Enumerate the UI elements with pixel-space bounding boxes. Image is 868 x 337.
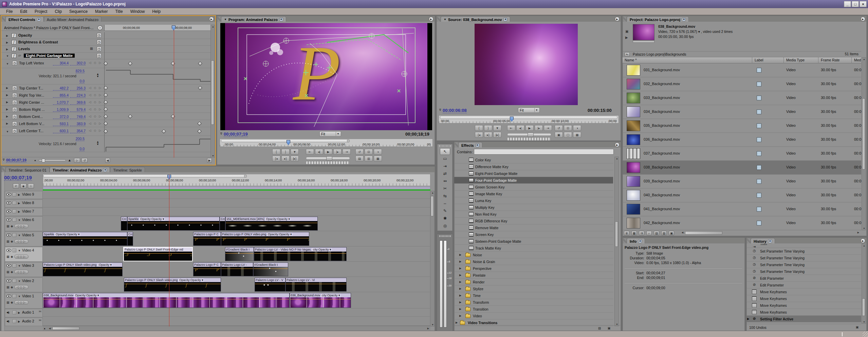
panel-grip[interactable]: [439, 235, 451, 237]
play-in-out-button[interactable]: {▸}: [291, 156, 299, 161]
effect-item-multiply-key[interactable]: Multiply Key: [454, 204, 613, 211]
keyframe-nav[interactable]: ◁◇▷: [14, 239, 29, 243]
expand-icon[interactable]: ▼: [18, 249, 21, 252]
effect-item-track-matte-key[interactable]: Track Matte Key: [454, 245, 613, 252]
clip-t-gradient-black-i[interactable]: t/Gradient Black I: [225, 247, 254, 261]
loop-button[interactable]: ↺: [355, 149, 364, 155]
go-next-edit-button[interactable]: ⇥: [544, 125, 552, 131]
clip-palazzo-logo-p-c[interactable]: Palazzo Logo P C: [193, 262, 221, 276]
effect-controls-scrollbar[interactable]: ▲ ▼: [210, 25, 215, 158]
param-name[interactable]: Right Top Ver...: [19, 93, 44, 97]
param-row[interactable]: ▶◷Right Center ...1,070.7369.6◁◇▷: [1, 99, 104, 106]
effect-folder-noise-grain[interactable]: ▶Noise & Grain: [454, 258, 613, 265]
toggle-animation-icon[interactable]: ◷: [12, 121, 17, 126]
clip-name[interactable]: 041_Background.mov: [644, 207, 680, 211]
param-value-y[interactable]: 224.3: [70, 93, 86, 98]
keyframe-row[interactable]: [105, 136, 211, 152]
keyframe-diamond[interactable]: [104, 121, 108, 126]
setup-icon[interactable]: ⊞: [90, 47, 93, 51]
effect-row-brightness-contrast[interactable]: ▶fBrightness & Contrast◷: [1, 39, 104, 46]
history-item-move-keyframes[interactable]: Move Keyframes: [746, 289, 861, 295]
project-row-041_Background.mov[interactable]: 041_Background.movVideo30.00 fps00:0: [623, 202, 861, 216]
history-item-move-keyframes[interactable]: Move Keyframes: [746, 309, 861, 316]
expand-icon[interactable]: ▶: [6, 86, 8, 90]
tab-program[interactable]: ▼ Program: Animated Palazzo×: [221, 16, 286, 22]
close-icon[interactable]: ×: [638, 239, 642, 243]
clip-fade-popup[interactable]: Opacity:Opacity ▾: [266, 233, 293, 236]
go-to-out-button[interactable]: ▸}: [484, 132, 492, 138]
expand-icon[interactable]: ▶: [6, 41, 8, 44]
opacity-rubber-band[interactable]: [124, 284, 221, 284]
toggle-track-output-icon[interactable]: [6, 264, 11, 267]
track-lock-toggle[interactable]: [13, 218, 16, 222]
opacity-rubber-band[interactable]: [193, 269, 221, 269]
scroll-thumb[interactable]: [685, 231, 722, 235]
param-value-x[interactable]: 482.2: [53, 86, 69, 91]
toggle-track-output-icon[interactable]: [6, 210, 11, 213]
previous-keyframe-icon[interactable]: ◁: [88, 100, 92, 104]
zoom-out-icon[interactable]: ▲: [34, 159, 36, 161]
project-row-036_Background.mov[interactable]: 036_Background.movVideo30.00 fps00:0: [623, 133, 861, 147]
keyframe-nav[interactable]: ◁◇▷: [14, 224, 29, 228]
loop-icon[interactable]: ↺: [81, 158, 88, 163]
keyframe-diamond[interactable]: [128, 114, 132, 119]
toggle-animation-icon[interactable]: ◷: [12, 107, 17, 112]
project-row-032_Background.mov[interactable]: 032_Background.movVideo30.00 fps00:0: [623, 77, 861, 91]
minimize-button[interactable]: _: [844, 1, 851, 7]
label-checkbox[interactable]: [757, 207, 761, 212]
poster-frame-icon[interactable]: ▣: [625, 29, 631, 34]
param-value-x[interactable]: 1,009.9: [53, 107, 69, 112]
panel-grip[interactable]: [2, 17, 5, 22]
expand-icon[interactable]: ▶: [459, 301, 461, 304]
keyframe-diamond[interactable]: [198, 61, 202, 66]
clip-palazzo-logo-lv-[interactable]: Palazzo Logo LV -: [221, 262, 253, 276]
clip-fade-popup[interactable]: Opacity:Opacity ▾: [178, 278, 204, 282]
automate-to-sequence-icon[interactable]: ⇉: [639, 231, 644, 235]
expand-icon[interactable]: ▼: [18, 234, 21, 237]
keyframe-row[interactable]: [105, 127, 211, 136]
track-lock-toggle[interactable]: [13, 210, 16, 213]
jog-wheel[interactable]: [507, 137, 551, 141]
expand-icon[interactable]: ▶: [456, 321, 458, 324]
display-style-icon[interactable]: ▦: [6, 270, 10, 274]
step-forward-button[interactable]: |▸: [535, 125, 543, 131]
play-button[interactable]: ▶: [324, 149, 332, 155]
toggle-animation-icon[interactable]: ◷: [12, 114, 17, 119]
clip-name[interactable]: 036_Background.mov: [644, 137, 680, 141]
param-value-y[interactable]: 579.4: [70, 107, 86, 112]
menu-sequence[interactable]: Sequence: [66, 8, 91, 15]
jog-wheel[interactable]: [306, 161, 350, 164]
expand-icon[interactable]: ▶: [6, 94, 8, 97]
project-row-037_Background.mov[interactable]: 037_Background.movVideo30.00 fps00:0: [623, 147, 861, 161]
show-keyframes-icon[interactable]: ◆: [11, 224, 13, 228]
close-icon[interactable]: ×: [279, 18, 283, 21]
param-row[interactable]: ▼◷Left Center T...600.1354.7◁◇▷: [1, 127, 104, 136]
graph-max-value[interactable]: 200.5: [76, 137, 85, 141]
column-header-media-type[interactable]: Media Type: [786, 58, 805, 62]
opacity-rubber-band[interactable]: [43, 238, 127, 238]
go-to-in-button[interactable]: {◂: [272, 156, 280, 161]
expand-icon[interactable]: ▶: [459, 267, 461, 270]
previous-keyframe-icon[interactable]: ◁: [88, 93, 92, 97]
clip-name[interactable]: 039_Background.mov: [644, 179, 680, 183]
label-checkbox[interactable]: [757, 110, 761, 114]
opacity-rubber-band[interactable]: [255, 284, 285, 284]
source-video-frame[interactable]: [475, 24, 578, 105]
go-to-out-button[interactable]: ▸}: [281, 156, 290, 161]
keyframe-row[interactable]: [105, 106, 211, 113]
display-style-icon[interactable]: ▦: [6, 255, 10, 258]
keyframe-nav[interactable]: ◁◇▷: [14, 255, 29, 259]
expand-icon[interactable]: ▶: [6, 47, 8, 51]
keyframe-row[interactable]: [105, 59, 211, 68]
scroll-left-icon[interactable]: ◀: [680, 231, 685, 234]
set-out-button[interactable]: }: [281, 149, 290, 155]
tab-effect-controls[interactable]: Effect Controls×: [5, 16, 44, 22]
param-value-y[interactable]: 383.9: [70, 122, 86, 126]
program-zoom-select[interactable]: Fit▼: [319, 131, 341, 137]
next-keyframe-icon[interactable]: ▷: [98, 129, 102, 132]
effect-item-remove-matte[interactable]: Remove Matte: [454, 224, 613, 231]
go-previous-edit-button[interactable]: ⇤: [507, 125, 515, 131]
param-row[interactable]: ▶◷Top Center T...482.2256.3◁◇▷: [1, 84, 104, 92]
program-video-frame[interactable]: P: [220, 23, 432, 130]
effect-folder-pixelate[interactable]: ▶Pixelate: [454, 272, 613, 279]
